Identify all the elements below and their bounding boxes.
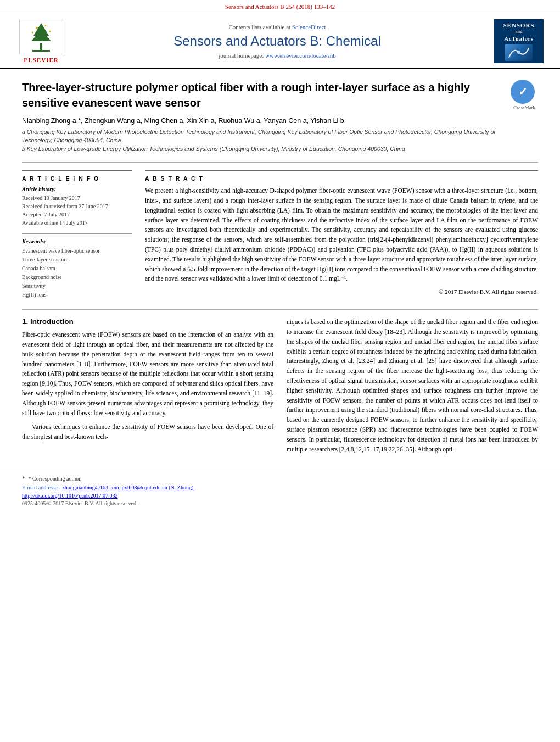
article-area: Three-layer-structure polymer optical fi… [0,69,560,470]
intro-title: Introduction [30,317,74,326]
page-wrapper: Sensors and Actuators B 254 (2018) 133–1… [0,0,560,742]
article-info-abstract: A R T I C L E I N F O Article history: R… [22,170,538,299]
and-word: and [516,29,523,35]
sensors-logo: SENSORS and AcTuators [483,19,544,63]
homepage-label: journal homepage: [219,52,264,59]
sensors-word: SENSORS [503,21,534,29]
intro-right-body-text: niques is based on the optimization of t… [287,317,538,454]
svg-point-9 [517,51,520,54]
article-info-box: A R T I C L E I N F O Article history: R… [22,170,132,299]
sensors-logo-image [505,44,533,60]
keywords-label: Keywords: [22,238,132,244]
authors-text: Nianbing Zhong a,*, Zhengkun Wang a, Min… [22,117,344,125]
keyword-2: Three-layer structure [22,255,132,264]
svg-point-5 [45,25,47,26]
abstract-box: A B S T R A C T We present a high-sensit… [145,170,538,297]
intro-para-1: Fiber-optic evanescent wave (FOEW) senso… [22,330,273,418]
doi-line: http://dx.doi.org/10.1016/j.snb.2017.07.… [22,493,538,499]
section-divider [22,309,538,310]
corr-author-label: * Corresponding author. [29,476,82,482]
corresponding-author: * * Corresponding author. [22,475,538,483]
actuators-word: AcTuators [504,35,534,42]
sciencedirect-link[interactable]: ScienceDirect [292,24,326,30]
keyword-6: Hg(II) ions [22,291,132,299]
elsevier-logo: ELSEVIER [11,19,71,63]
intro-heading: 1. Introduction [22,317,273,326]
affiliation-a: a Chongqing Key Laboratory of Modern Pho… [22,128,502,144]
intro-right-col: niques is based on the optimization of t… [287,317,538,459]
keyword-5: Sensitivity [22,282,132,291]
article-title: Three-layer-structure polymer optical fi… [22,80,502,110]
history-label: Article history: [22,186,132,192]
introduction-section: 1. Introduction Fiber-optic evanescent w… [22,317,538,459]
keywords-section: Keywords: Evanescent wave fiber-optic se… [22,233,132,299]
abstract-copyright: © 2017 Elsevier B.V. All rights reserved… [145,287,538,297]
affiliation-b: b Key Laboratory of Low-grade Energy Uti… [22,145,502,153]
crossmark-icon: ✓ [512,81,534,103]
article-title-section: Three-layer-structure polymer optical fi… [22,80,538,163]
intro-left-col: 1. Introduction Fiber-optic evanescent w… [22,317,273,459]
abstract-text: We present a high-sensitivity and high-a… [145,186,538,297]
footnote-area: * * Corresponding author. E-mail address… [0,470,560,511]
elsevier-tree-icon [21,20,61,53]
journal-title-center: Contents lists available at ScienceDirec… [71,24,483,59]
sensors-logo-box: SENSORS and AcTuators [494,19,544,63]
email-label: E-mail addresses: [22,484,61,490]
intro-right-para-1: niques is based on the optimization of t… [287,317,538,454]
homepage-line: journal homepage: www.elsevier.com/locat… [71,52,483,59]
svg-text:✓: ✓ [518,86,528,98]
intro-para-2: Various techniques to enhance the sensit… [22,422,273,442]
article-info-heading: A R T I C L E I N F O [22,175,132,182]
journal-ref: Sensors and Actuators B 254 (2018) 133–1… [0,3,560,10]
svg-rect-1 [32,50,50,52]
elsevier-logo-box [19,19,63,54]
keywords-list: Evanescent wave fiber-optic sensor Three… [22,247,132,299]
svg-point-8 [40,45,43,48]
intro-num: 1. [22,317,28,326]
crossmark-label: CrossMark [511,105,538,110]
intro-body-text: Fiber-optic evanescent wave (FOEW) senso… [22,330,273,442]
keyword-3: Canada balsam [22,264,132,273]
contents-text: Contents lists available at [228,24,290,30]
svg-point-6 [32,31,33,33]
homepage-url[interactable]: www.elsevier.com/locate/snb [265,52,336,59]
left-column: A R T I C L E I N F O Article history: R… [22,170,132,299]
elsevier-text: ELSEVIER [24,57,59,63]
journal-main-title: Sensors and Actuators B: Chemical [71,34,483,49]
email-links[interactable]: zhongnianbing@163.com, pxlb08@cqut.edu.c… [62,484,194,490]
history-group: Article history: Received 10 January 201… [22,186,132,227]
received-date: Received 10 January 2017 Received in rev… [22,194,132,227]
abstract-body: We present a high-sensitivity and high-a… [145,187,538,282]
issn-line: 0925-4005/© 2017 Elsevier B.V. All right… [22,500,538,506]
keyword-1: Evanescent wave fiber-optic sensor [22,247,132,255]
crossmark-circle: ✓ [511,80,535,104]
crossmark-logo: ✓ CrossMark [511,80,538,110]
journal-header: ELSEVIER Contents lists available at Sci… [0,13,560,69]
svg-point-4 [36,27,38,29]
top-banner: Sensors and Actuators B 254 (2018) 133–1… [0,0,560,13]
abstract-heading: A B S T R A C T [145,175,538,182]
right-column: A B S T R A C T We present a high-sensit… [145,170,538,299]
sensor-wave-icon [508,44,530,60]
authors-line: Nianbing Zhong a,*, Zhengkun Wang a, Min… [22,117,502,125]
affiliations: a Chongqing Key Laboratory of Modern Pho… [22,128,502,153]
svg-point-7 [49,30,51,32]
keyword-4: Background noise [22,273,132,282]
article-title-text: Three-layer-structure polymer optical fi… [22,80,502,154]
doi-link[interactable]: http://dx.doi.org/10.1016/j.snb.2017.07.… [22,493,118,499]
contents-available-line: Contents lists available at ScienceDirec… [71,24,483,30]
email-line: E-mail addresses: zhongnianbing@163.com,… [22,484,538,490]
